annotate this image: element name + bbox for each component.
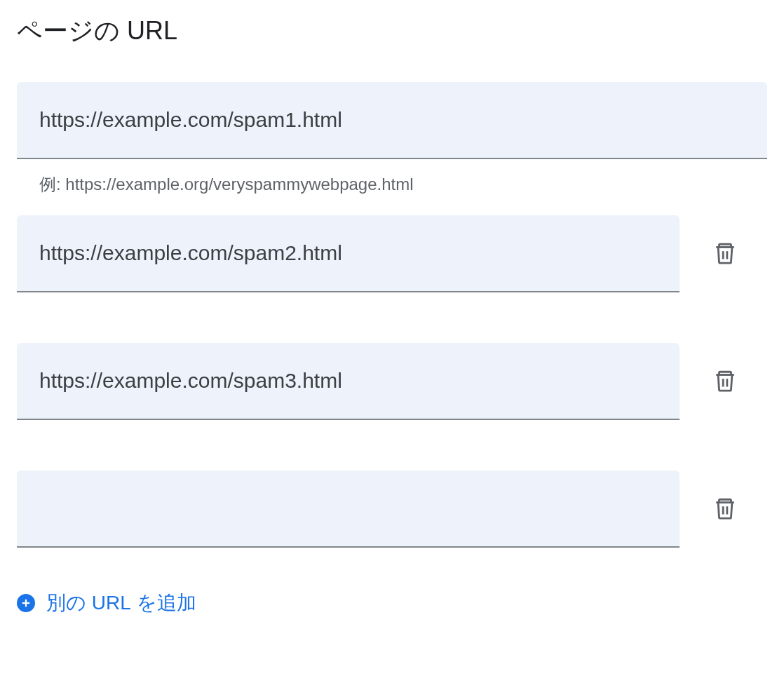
url-input-3[interactable] <box>17 343 680 420</box>
trash-icon <box>713 240 737 269</box>
url-row-1 <box>17 82 767 159</box>
url-input-4[interactable] <box>17 471 680 548</box>
url-input-2[interactable] <box>17 215 680 292</box>
url-row-4 <box>17 471 767 548</box>
delete-button-4[interactable] <box>708 489 743 529</box>
add-url-button[interactable]: 別の URL を追加 <box>17 590 196 616</box>
delete-button-2[interactable] <box>708 234 743 274</box>
page-title: ページの URL <box>17 14 767 48</box>
url-input-1[interactable] <box>17 82 767 159</box>
helper-text: 例: https://example.org/veryspammywebpage… <box>17 165 767 196</box>
url-row-3 <box>17 343 767 420</box>
trash-icon <box>713 495 737 524</box>
url-row-2 <box>17 215 767 292</box>
trash-icon <box>713 367 737 396</box>
delete-button-3[interactable] <box>708 362 743 402</box>
plus-circle-icon <box>17 594 35 612</box>
add-url-label: 別の URL を追加 <box>46 590 196 616</box>
